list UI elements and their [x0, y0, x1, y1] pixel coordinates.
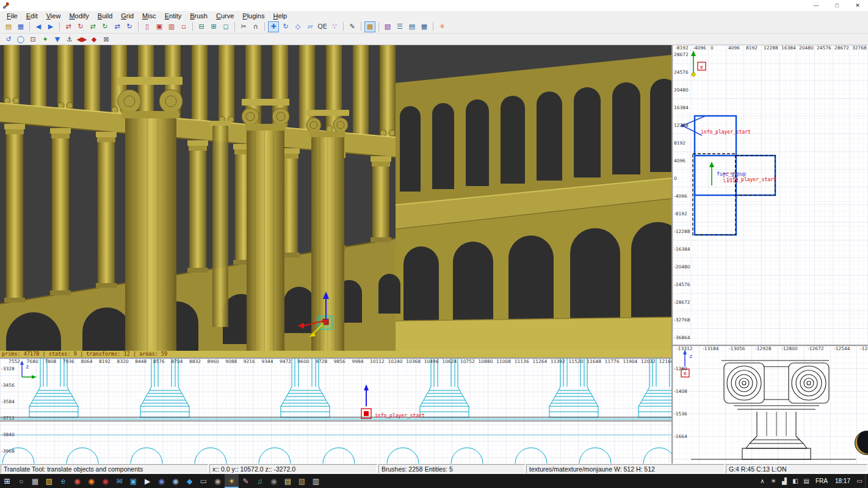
free-rotation-button[interactable]: ↺ — [3, 34, 14, 45]
rotate-x-button[interactable]: ↻ — [75, 21, 86, 32]
exclude-button[interactable]: ⊠ — [101, 34, 112, 45]
flip-x-button[interactable]: ⇄ — [63, 21, 74, 32]
language-indicator[interactable]: FRA — [812, 478, 831, 484]
viewport-front-xz[interactable]: z 75527680780879368064819283208448857687… — [0, 359, 671, 464]
viewport-3d[interactable]: prims: 47170 | states: 9 | transforms: 1… — [0, 45, 671, 357]
anchor-button[interactable]: ⚓ — [64, 34, 75, 45]
menu-plugins[interactable]: Plugins — [238, 12, 269, 20]
flip-y-button[interactable]: ⇄ — [87, 21, 98, 32]
system-tray: ∧☀▟◧▤ FRA 18:17 ▭ — [757, 474, 868, 488]
main-toolbar: ▤▦◀▶⇄↻⇄↻⇄↻▯▣▥▫⊟⊞◻✂∩✚↻◇▱QE∵✎▩▧☰▤▦✳ — [0, 20, 868, 34]
resize-tool-button[interactable]: ▱ — [305, 21, 316, 32]
radiant-icon[interactable]: ☀ — [225, 474, 239, 488]
edge-icon[interactable]: e — [56, 474, 70, 488]
entity-list-button[interactable]: ☰ — [394, 21, 405, 32]
minimize-button[interactable]: — — [806, 0, 826, 11]
csg-subtract-button[interactable]: ⊟ — [196, 21, 207, 32]
drop-down-button[interactable]: ▼ — [52, 34, 63, 45]
mail-icon[interactable]: ✉ — [112, 474, 126, 488]
model-tree-button[interactable]: ✦ — [40, 34, 51, 45]
viewport-side-yz[interactable]: z x -13312-13184-13056-12928-12800-12672… — [673, 346, 868, 464]
flip-diamond-button[interactable]: ◆ — [89, 34, 99, 45]
steam-icon[interactable]: ◉ — [168, 474, 183, 488]
select-inside-button[interactable]: ▫ — [178, 21, 189, 32]
zip-icon[interactable]: ▥ — [309, 474, 323, 488]
tray-brightness-icon[interactable]: ☀ — [768, 474, 779, 488]
music-icon[interactable]: ♫ — [253, 474, 267, 488]
mirror-button[interactable]: ◀▶ — [76, 34, 87, 45]
task-view-icon[interactable]: ▦ — [28, 474, 42, 488]
free-scaling-button[interactable]: ◯ — [15, 34, 26, 45]
rotate-y-button[interactable]: ↻ — [99, 21, 110, 32]
console-button[interactable]: ▤ — [407, 21, 418, 32]
tray-battery-icon[interactable]: ▤ — [801, 474, 812, 488]
menu-grid[interactable]: Grid — [117, 12, 138, 20]
menu-curve[interactable]: Curve — [212, 12, 238, 20]
save-file-button[interactable]: ▦ — [15, 21, 26, 32]
flip-z-button[interactable]: ⇄ — [112, 21, 123, 32]
cap-button[interactable]: ∩ — [250, 21, 261, 32]
notification-center-icon[interactable]: ▭ — [854, 474, 865, 488]
menu-file[interactable]: File — [2, 12, 22, 20]
select-partial-tall-button[interactable]: ▥ — [166, 21, 177, 32]
texture-lock-button[interactable]: ▩ — [364, 21, 375, 32]
photos-icon[interactable]: ▣ — [126, 474, 140, 488]
terminal-icon[interactable]: ▭ — [197, 474, 211, 488]
tray-expand-icon[interactable]: ∧ — [757, 474, 768, 488]
rotate-z-button[interactable]: ↻ — [124, 21, 135, 32]
translate-tool-button[interactable]: ✚ — [268, 21, 279, 32]
clipper-button[interactable]: ✂ — [238, 21, 249, 32]
opera-icon[interactable]: ◉ — [98, 474, 112, 488]
clock[interactable]: 18:17 — [831, 478, 854, 484]
rotate-tool-button[interactable]: ↻ — [280, 21, 291, 32]
menu-entity[interactable]: Entity — [161, 12, 186, 20]
menu-edit[interactable]: Edit — [22, 12, 42, 20]
texture-picker-button[interactable]: ✎ — [347, 21, 358, 32]
toolbar-separator — [138, 22, 139, 31]
archive-icon[interactable]: ▧ — [295, 474, 309, 488]
open-file-button[interactable]: ▤ — [3, 21, 14, 32]
vertex-tool-button[interactable]: ∵ — [329, 21, 340, 32]
vertical-splitter[interactable] — [671, 45, 673, 464]
undo-button[interactable]: ◀ — [33, 21, 44, 32]
toolbar-separator — [264, 22, 265, 31]
start-button[interactable]: ⊞ — [0, 474, 14, 488]
redo-button[interactable]: ▶ — [45, 21, 56, 32]
chrome-icon[interactable]: ◉ — [70, 474, 84, 488]
close-button[interactable]: ✕ — [847, 0, 868, 11]
texture-browser-button[interactable]: ▦ — [419, 21, 430, 32]
menu-view[interactable]: View — [42, 12, 65, 20]
horizontal-splitter-right[interactable] — [673, 345, 868, 346]
maximize-button[interactable]: □ — [826, 0, 847, 11]
select-complete-tall-button[interactable]: ▯ — [142, 21, 153, 32]
firefox-icon[interactable]: ◉ — [84, 474, 98, 488]
tray-network-icon[interactable]: ▟ — [779, 474, 790, 488]
menu-help[interactable]: Help — [269, 12, 291, 20]
horizontal-splitter-left[interactable] — [0, 357, 671, 359]
csg-merge-button[interactable]: ⊞ — [208, 21, 219, 32]
menu-misc[interactable]: Misc — [138, 12, 161, 20]
tray-volume-icon[interactable]: ◧ — [790, 474, 801, 488]
gimp-icon[interactable]: ◉ — [211, 474, 225, 488]
vscode-icon[interactable]: ◆ — [183, 474, 197, 488]
make-hollow-button[interactable]: ◻ — [220, 21, 231, 32]
discord-icon[interactable]: ◉ — [154, 474, 168, 488]
media-player-icon[interactable]: ▶ — [140, 474, 154, 488]
surface-inspector-button[interactable]: ▧ — [382, 21, 393, 32]
select-touching-button[interactable]: ▣ — [154, 21, 165, 32]
snap-grid-button[interactable]: ⊡ — [27, 34, 38, 45]
menu-modify[interactable]: Modify — [65, 12, 93, 20]
search-icon[interactable]: ○ — [14, 474, 28, 488]
paint-icon[interactable]: ✎ — [239, 474, 253, 488]
scale-tool-button[interactable]: ◇ — [292, 21, 303, 32]
show-desktop-button[interactable] — [865, 474, 868, 488]
menu-brush[interactable]: Brush — [186, 12, 212, 20]
file-explorer-icon[interactable]: ▨ — [42, 474, 56, 488]
viewport-top-xy[interactable]: x -8192-40960409681921228816384204802457… — [673, 45, 868, 345]
menu-build[interactable]: Build — [93, 12, 117, 20]
qe-tool-button[interactable]: QE — [317, 21, 328, 32]
notes-icon[interactable]: ▤ — [281, 474, 295, 488]
obs-icon[interactable]: ◉ — [267, 474, 281, 488]
plugin-button[interactable]: ✳ — [436, 21, 447, 32]
entity-label-player-start-1: info_player_start — [701, 130, 751, 135]
